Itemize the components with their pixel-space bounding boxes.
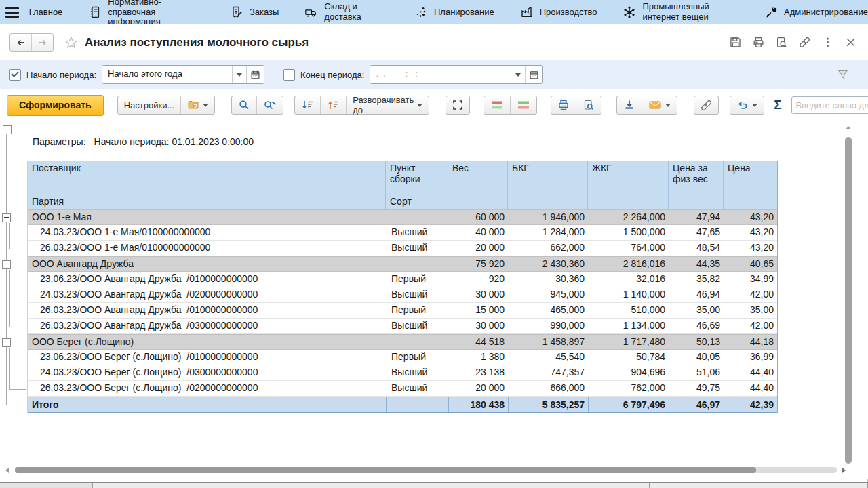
cell-zhkg[interactable]: 6 797,496 <box>588 397 669 412</box>
cell-price[interactable]: 44,40 <box>724 365 777 380</box>
print-icon[interactable] <box>752 36 765 49</box>
column-header-2[interactable]: Вес <box>448 161 508 209</box>
cell-bkg[interactable]: 1 284,000 <box>508 225 588 240</box>
cell-name[interactable]: ООО 1-е Мая <box>28 210 386 224</box>
cell-name[interactable]: 26.03.23/ООО Авангард Дружба /0300000000… <box>28 319 386 333</box>
back-icon[interactable] <box>10 34 31 51</box>
settings-button[interactable]: Настройки... <box>118 96 181 114</box>
column-header-1[interactable]: Пункт сборкиСорт <box>386 161 448 209</box>
report-variants-icon[interactable] <box>180 96 214 114</box>
cell-price[interactable]: 43,20 <box>724 225 777 240</box>
taskbar-window-tab-1[interactable] <box>93 483 281 488</box>
end-period-value[interactable]: . . : : <box>370 66 511 83</box>
cell-sort[interactable] <box>386 335 448 349</box>
cell-price_phys[interactable]: 50,13 <box>669 335 724 349</box>
cell-bkg[interactable]: 945,000 <box>508 287 588 302</box>
cell-price_phys[interactable]: 46,69 <box>669 319 724 333</box>
cell-zhkg[interactable]: 762,000 <box>588 381 669 396</box>
dropdown-caret-icon[interactable] <box>232 66 246 83</box>
menu-item-5[interactable]: Производство <box>520 5 597 19</box>
menu-item-4[interactable]: Планирование <box>414 5 494 19</box>
group-collapse-icon[interactable] <box>2 260 11 269</box>
link-icon[interactable] <box>798 36 811 49</box>
cell-name[interactable]: 24.03.23/ООО 1-е Мая/0100000000000 <box>28 225 386 240</box>
menu-item-2[interactable]: Заказы <box>230 5 279 19</box>
table-row[interactable]: 24.03.23/ООО Авангард Дружба /0200000000… <box>28 287 777 303</box>
start-period-value[interactable]: Начало этого года <box>102 66 232 83</box>
cell-bkg[interactable]: 1 458,897 <box>508 335 588 349</box>
cell-name[interactable]: ООО Берег (с.Лощино) <box>28 335 386 349</box>
table-row[interactable]: 23.06.23/ООО Берег (с.Лощино) /010000000… <box>28 350 777 365</box>
mail-icon[interactable] <box>642 96 677 114</box>
table-row[interactable]: ООО Авангард Дружба75 9202 430,3602 816,… <box>28 256 777 272</box>
sum-icon[interactable]: Σ <box>774 98 781 113</box>
cell-bkg[interactable]: 990,000 <box>508 319 588 333</box>
cell-price_phys[interactable]: 46,97 <box>669 397 724 412</box>
star-icon[interactable] <box>64 36 78 49</box>
scroll-up-icon[interactable] <box>846 126 851 129</box>
cell-name[interactable]: 24.03.23/ООО Авангард Дружба /0200000000… <box>28 287 386 302</box>
calendar-icon[interactable] <box>525 66 542 83</box>
cell-sort[interactable]: Высший <box>386 319 448 333</box>
cell-sort[interactable]: Высший <box>386 381 448 396</box>
expand-to-button[interactable]: Разворачивать до <box>346 96 429 114</box>
total-row[interactable]: Итого180 4385 835,2576 797,49646,9742,39 <box>28 396 777 413</box>
sort-desc-icon[interactable] <box>295 96 320 114</box>
cell-name[interactable]: 23.06.23/ООО Берег (с.Лощино) /010000000… <box>28 350 386 365</box>
cell-weight[interactable]: 920 <box>448 272 508 287</box>
cell-zhkg[interactable]: 764,000 <box>588 241 669 256</box>
cell-weight[interactable]: 20 000 <box>448 241 508 256</box>
cell-price[interactable]: 42,00 <box>724 287 777 302</box>
cell-name[interactable]: 26.03.23/ООО 1-е Мая/0100000000000 <box>28 241 386 256</box>
cell-price[interactable]: 44,18 <box>724 335 777 349</box>
taskbar-window-tab-2[interactable] <box>281 483 384 488</box>
table-row[interactable]: ООО 1-е Мая60 0001 946,0002 264,00047,94… <box>28 209 777 225</box>
cell-weight[interactable]: 44 518 <box>448 335 508 349</box>
cell-bkg[interactable]: 747,357 <box>508 365 588 380</box>
cell-name[interactable]: Итого <box>28 397 386 412</box>
cell-price[interactable]: 43,20 <box>724 210 777 224</box>
search-repeat-icon[interactable] <box>256 96 283 114</box>
cell-weight[interactable]: 30 000 <box>448 319 508 333</box>
search-input[interactable] <box>791 96 868 114</box>
cell-sort[interactable]: Высший <box>386 225 448 240</box>
cell-zhkg[interactable]: 50,784 <box>588 350 669 365</box>
cell-bkg[interactable]: 666,000 <box>508 381 588 396</box>
cell-sort[interactable] <box>386 210 448 224</box>
column-header-5[interactable]: Цена за физ вес <box>669 161 724 209</box>
cell-weight[interactable]: 60 000 <box>448 210 508 224</box>
cell-sort[interactable]: Высший <box>386 365 448 380</box>
cell-zhkg[interactable]: 2 264,000 <box>588 210 669 224</box>
column-header-4[interactable]: ЖКГ <box>588 161 669 209</box>
menu-item-1[interactable]: Нормативно-справочная информация <box>88 0 204 27</box>
taskbar-window-tab-3[interactable] <box>384 483 650 488</box>
cell-name[interactable]: 24.03.23/ООО Берег (с.Лощино) /030000000… <box>28 365 386 380</box>
cell-name[interactable]: 26.03.23/ООО Берег (с.Лощино) /020000000… <box>28 381 386 396</box>
cell-weight[interactable]: 30 000 <box>448 287 508 302</box>
cell-sort[interactable]: Первый <box>386 350 448 365</box>
cell-price_phys[interactable]: 35,82 <box>669 272 724 287</box>
cell-zhkg[interactable]: 2 816,016 <box>588 257 669 271</box>
column-header-6[interactable]: Цена <box>724 161 777 209</box>
cell-weight[interactable]: 180 438 <box>448 397 508 412</box>
cell-zhkg[interactable]: 1 500,000 <box>588 225 669 240</box>
fullscreen-icon[interactable] <box>446 96 470 115</box>
table-row[interactable]: 26.03.23/ООО Авангард Дружба /0100000000… <box>28 303 777 319</box>
group-collapse-icon[interactable] <box>2 338 11 347</box>
hamburger-icon[interactable] <box>0 0 25 24</box>
cell-price_phys[interactable]: 49,75 <box>669 381 724 396</box>
cell-weight[interactable]: 15 000 <box>448 303 508 318</box>
cell-sort[interactable]: Первый <box>386 272 448 287</box>
column-header-0[interactable]: ПоставщикПартия <box>28 161 386 209</box>
cell-sort[interactable]: Высший <box>386 241 448 256</box>
cell-price[interactable]: 35,00 <box>724 303 777 318</box>
cell-zhkg[interactable]: 510,000 <box>588 303 669 318</box>
table-row[interactable]: ООО Берег (с.Лощино)44 5181 458,8971 717… <box>28 334 777 350</box>
cell-price_phys[interactable]: 44,35 <box>669 257 724 271</box>
end-period-checkbox[interactable] <box>283 69 295 81</box>
cell-bkg[interactable]: 45,540 <box>508 350 588 365</box>
cell-weight[interactable]: 75 920 <box>448 257 508 271</box>
menu-item-7[interactable]: Администрирование <box>764 5 868 19</box>
cell-bkg[interactable]: 465,000 <box>508 303 588 318</box>
table-row[interactable]: 26.03.23/ООО 1-е Мая/0100000000000Высший… <box>28 241 777 256</box>
